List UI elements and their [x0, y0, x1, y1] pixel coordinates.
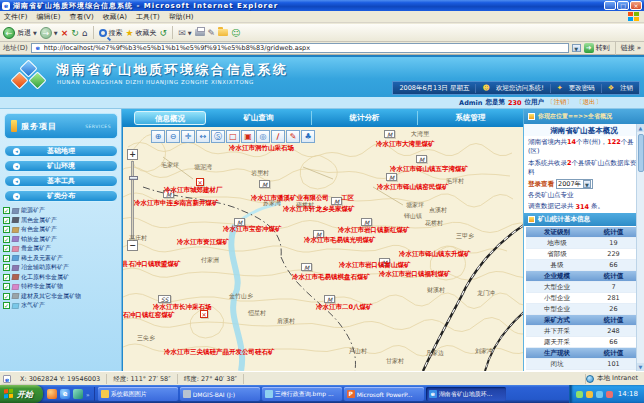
layer-checkbox[interactable]: ✓ — [3, 217, 10, 224]
back-dropdown[interactable]: ▼ — [33, 30, 37, 36]
sidebar-category-button[interactable]: ◂ 基础地理 — [4, 145, 118, 157]
layer-checkbox[interactable]: ✓ — [3, 302, 10, 309]
ie-launch-icon[interactable]: e — [60, 389, 70, 399]
mine-marker[interactable]: M — [384, 130, 395, 138]
layer-checkbox[interactable]: ✓ — [3, 236, 10, 243]
mine-marker[interactable]: M — [416, 155, 427, 163]
mine-label[interactable]: 冷水江市大湾里煤矿 — [376, 141, 435, 148]
mine-marker[interactable]: M — [259, 180, 270, 188]
mine-label[interactable]: 冷水江市岩口镇新红煤矿 — [338, 227, 410, 234]
mine-marker[interactable]: M — [301, 263, 312, 271]
mine-marker[interactable]: M — [386, 173, 397, 181]
forward-dropdown[interactable]: ▼ — [54, 30, 58, 36]
mine-marker[interactable]: ✕ — [196, 178, 204, 186]
scroll-up-arrow[interactable]: ▲ — [637, 124, 644, 132]
sidebar-category-button[interactable]: ◂ 矿类分布 — [4, 190, 118, 202]
menu-item[interactable]: 工具(T) — [136, 12, 160, 22]
mine-label[interactable]: 冷水江市潘溪矿业有限公司 — [251, 195, 329, 202]
map-tool-button[interactable]: ♣ — [301, 130, 315, 143]
mine-label[interactable]: 冷水江市铎山镇窑民煤矿 — [377, 184, 449, 191]
zoom-slider-knob[interactable] — [129, 176, 138, 180]
mine-label[interactable]: 冷水江市二0八煤矿 — [316, 304, 373, 311]
mine-label[interactable]: 冷水江市城郊建材厂 — [164, 187, 223, 194]
discuss-button[interactable] — [218, 29, 228, 36]
address-input[interactable]: e http://localhost/%e7%9f%b3%e5%b1%b1%e5… — [31, 43, 569, 53]
home-button[interactable]: ⌂ — [82, 27, 88, 39]
layer-checkbox[interactable]: ✓ — [3, 226, 10, 233]
mine-label[interactable]: 冷水江市三尖镇硅产品开发公司硅石矿 — [164, 349, 275, 356]
mine-label[interactable]: 冷水江市岩口镇福利煤矿 — [379, 271, 451, 278]
mine-label[interactable]: 冷水江市轩龙乡吴家煤矿 — [283, 206, 355, 213]
mine-marker[interactable]: M — [324, 295, 335, 303]
mine-label[interactable]: 冷水江市毛易镇棋盘石煤矿 — [292, 274, 370, 281]
map-tool-button[interactable]: ▣ — [241, 130, 255, 143]
map-tool-button[interactable]: ✛ — [181, 130, 195, 143]
mine-marker[interactable]: ✕ — [200, 310, 208, 318]
layer-checkbox[interactable]: ✓ — [3, 264, 10, 271]
edit-button[interactable]: ✎ — [208, 27, 216, 39]
layer-checkbox[interactable]: ✓ — [3, 255, 10, 262]
close-button[interactable]: × — [630, 1, 642, 10]
map-tab[interactable]: 矿山查询 — [206, 111, 312, 125]
links-menu[interactable]: 链接» — [621, 43, 641, 53]
mail-button[interactable]: ✉▼ — [178, 27, 191, 39]
sidebar-category-button[interactable]: ◂ 基本工具 — [4, 175, 118, 187]
map-tab[interactable]: 系统管理 — [418, 111, 523, 125]
minimize-button[interactable]: _ — [604, 1, 616, 10]
taskbar-window-button[interactable]: 三维行政查询.bmp ... — [262, 387, 342, 401]
desktop-icon[interactable] — [73, 389, 83, 399]
change-password-link[interactable]: 更改密码 — [569, 84, 595, 93]
map-tool-button[interactable]: ⊖ — [166, 130, 180, 143]
go-button[interactable]: ➜转到 — [584, 43, 610, 53]
map-tool-button[interactable]: ∕ — [271, 130, 285, 143]
map-tool-button[interactable]: ◎ — [256, 130, 270, 143]
layer-checkbox[interactable]: ✓ — [3, 274, 10, 281]
update-tray-icon[interactable] — [586, 391, 593, 398]
quick-launch-more[interactable]: » — [86, 391, 90, 398]
taskbar-window-button[interactable]: e 湖南省矿山地质环... — [426, 387, 506, 401]
mine-label[interactable]: 冷水江市长冲采石场 — [153, 304, 212, 311]
map-tab[interactable]: 信息概况 — [134, 111, 206, 125]
menu-item[interactable]: 收藏(A) — [103, 12, 127, 22]
menu-item[interactable]: 查看(V) — [69, 12, 93, 22]
taskbar-window-button[interactable]: 系统截图图片 — [98, 387, 178, 401]
admin-logout-link[interactable]: 〔注销〕 — [547, 98, 573, 107]
sidebar-category-button[interactable]: ◂ 矿山环境 — [4, 160, 118, 172]
volume-tray-icon[interactable] — [606, 391, 613, 398]
address-dropdown[interactable]: ▼ — [572, 44, 581, 52]
logout-link[interactable]: 注销 — [620, 84, 633, 93]
mine-label[interactable]: 新化县石冲口镇红窑煤矿 — [122, 312, 175, 319]
layer-checkbox[interactable]: ✓ — [3, 283, 10, 290]
mine-label[interactable]: 冷水江市中连乡南宫新井煤矿 — [134, 200, 219, 207]
panel-scrollbar[interactable]: ▲ ▼ — [636, 124, 644, 371]
mine-label[interactable]: 冷水江市毛易镇光明煤矿 — [304, 237, 376, 244]
map-tool-button[interactable]: □ — [226, 130, 240, 143]
map-canvas[interactable]: ⊕⊖✛↔Ⓢ□▣◎∕✎♣ + − MMMMMMMMMMMMSS✕✕ 毛家坪塘泥湾岩… — [122, 127, 523, 371]
print-button[interactable] — [195, 29, 205, 36]
maximize-button[interactable]: □ — [617, 1, 629, 10]
network-tray-icon[interactable] — [596, 391, 603, 398]
map-tool-button[interactable]: ✎ — [286, 130, 300, 143]
menu-item[interactable]: 文件(F) — [4, 12, 28, 22]
taskbar-window-button[interactable]: P Microsoft PowerP... — [344, 387, 424, 401]
map-tool-button[interactable]: ↔ — [196, 130, 210, 143]
mine-label[interactable]: 新化县石冲口镇联盟煤矿 — [122, 261, 181, 268]
mine-marker[interactable]: M — [361, 218, 372, 226]
messenger-button[interactable]: ☺ — [231, 27, 240, 39]
mine-label[interactable]: 冷水江市铎山镇东升煤矿 — [399, 251, 471, 258]
favorites-button[interactable]: ★收藏夹 — [126, 27, 157, 39]
back-button[interactable]: ←后退▼ — [3, 27, 37, 39]
mine-label[interactable]: 冷水江市洞竹山采石场 — [229, 145, 294, 152]
quick-launch-icon[interactable] — [47, 389, 57, 399]
search-button[interactable]: 搜索 — [99, 28, 123, 38]
scroll-thumb[interactable] — [638, 134, 644, 172]
scroll-down-arrow[interactable]: ▼ — [637, 363, 644, 371]
mine-label[interactable]: 冷水江市岩口镇富山煤矿 — [339, 262, 411, 269]
zoom-in-button[interactable]: + — [127, 149, 138, 160]
map-tab[interactable]: 统计分析 — [312, 111, 418, 125]
map-tool-button[interactable]: Ⓢ — [211, 130, 225, 143]
start-button[interactable]: 开始 — [0, 385, 43, 403]
layer-checkbox[interactable]: ✓ — [3, 207, 10, 214]
mine-marker[interactable]: SS — [158, 295, 171, 303]
zoom-out-button[interactable]: − — [127, 240, 138, 251]
